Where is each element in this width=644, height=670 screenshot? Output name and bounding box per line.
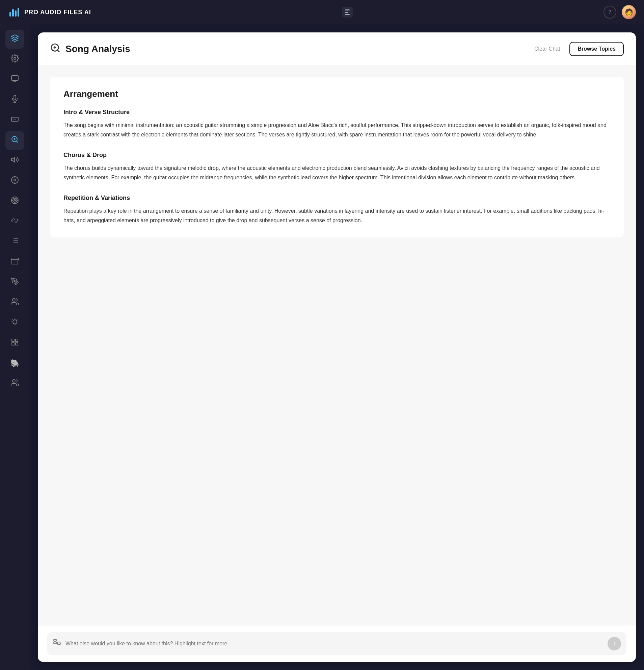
keyboard-icon [11, 115, 19, 125]
subsection-title-intro: Intro & Verse Structure [64, 109, 610, 116]
content-area: Song Analysis Clear Chat Browse Topics A… [30, 24, 644, 670]
panel-content: Arrangement Intro & Verse Structure The … [38, 66, 636, 625]
topbar-center [342, 7, 353, 17]
svg-line-35 [17, 320, 17, 320]
svg-point-13 [14, 179, 16, 181]
sidebar-item-group[interactable] [5, 293, 24, 312]
sidebar-item-archive[interactable] [5, 253, 24, 271]
subsection-text-repetition: Repetition plays a key role in the arran… [64, 206, 610, 225]
svg-line-33 [13, 320, 13, 320]
subsection-title-chorus: Chorus & Drop [64, 152, 610, 159]
svg-point-30 [14, 280, 15, 282]
chat-input[interactable] [66, 641, 603, 647]
browse-topics-button[interactable]: Browse Topics [570, 42, 624, 56]
subsection-chorus: Chorus & Drop The chorus builds dynamica… [64, 152, 610, 182]
svg-point-0 [14, 57, 16, 59]
input-area: ↑ [38, 625, 636, 662]
sidebar-toggle-button[interactable] [342, 7, 353, 17]
sidebar-item-audio[interactable] [5, 151, 24, 170]
svg-rect-28 [11, 258, 18, 260]
subsection-repetition: Repetition & Variations Repetition plays… [64, 195, 610, 225]
settings-icon [11, 54, 19, 65]
main-layout: 🐘 S [0, 24, 644, 670]
topbar-right: ? 🧑 [603, 5, 636, 19]
section-title: Arrangement [64, 89, 610, 99]
svg-rect-47 [54, 642, 56, 644]
subsection-intro: Intro & Verse Structure The song begins … [64, 109, 610, 139]
avatar-image: 🧑 [622, 5, 636, 19]
sidebar-item-search[interactable] [5, 131, 24, 150]
svg-line-49 [60, 644, 60, 645]
topbar-left: PRO AUDIO FILES AI [8, 6, 91, 18]
display-icon [11, 75, 19, 85]
sidebar-item-keyboard[interactable] [5, 111, 24, 130]
svg-point-19 [14, 200, 15, 201]
subsection-text-intro: The song begins with minimal instrumenta… [64, 121, 610, 139]
sidebar-item-puzzle[interactable] [5, 212, 24, 231]
grid-icon [11, 338, 19, 348]
clear-chat-button[interactable]: Clear Chat [530, 43, 564, 55]
svg-rect-40 [15, 343, 18, 345]
elephant-icon: 🐘 [11, 359, 19, 368]
sidebar-item-elephant[interactable]: 🐘 [5, 354, 24, 373]
people-icon [11, 378, 19, 389]
list-icon [11, 237, 19, 247]
sidebar-item-pen[interactable] [5, 273, 24, 292]
panel-title: Song Analysis [66, 43, 130, 54]
svg-line-8 [16, 141, 18, 143]
svg-line-43 [57, 50, 59, 52]
sidebar-item-bulb[interactable] [5, 313, 24, 332]
sidebar-item-dial[interactable] [5, 172, 24, 190]
svg-point-18 [13, 198, 17, 202]
logo-text: PRO AUDIO FILES AI [24, 9, 91, 16]
help-button[interactable]: ? [603, 6, 616, 18]
input-search-icon [53, 638, 61, 649]
sidebar-item-display[interactable] [5, 70, 24, 89]
archive-icon [11, 257, 19, 267]
sidebar: 🐘 [0, 24, 30, 670]
svg-rect-38 [15, 339, 18, 341]
svg-marker-11 [12, 157, 14, 162]
topbar: PRO AUDIO FILES AI ? 🧑 [0, 0, 644, 24]
svg-rect-39 [12, 343, 14, 345]
subsection-text-chorus: The chorus builds dynamically toward the… [64, 163, 610, 182]
puzzle-icon [11, 216, 19, 227]
svg-rect-1 [12, 76, 18, 80]
content-card: Arrangement Intro & Verse Structure The … [50, 77, 624, 237]
sidebar-item-list[interactable] [5, 232, 24, 251]
panel-icon [50, 42, 61, 56]
group-icon [11, 297, 19, 308]
svg-rect-46 [54, 639, 56, 641]
input-container: ↑ [47, 632, 627, 655]
send-icon: ↑ [613, 641, 616, 647]
bulb-icon [11, 318, 19, 328]
cube-icon [11, 34, 19, 44]
subsection-title-repetition: Repetition & Variations [64, 195, 610, 202]
sidebar-item-grid[interactable] [5, 334, 24, 352]
panel-title-group: Song Analysis [50, 42, 130, 56]
header-actions: Clear Chat Browse Topics [530, 42, 624, 56]
mic-icon [11, 95, 19, 105]
main-panel: Song Analysis Clear Chat Browse Topics A… [38, 32, 636, 662]
target-icon [11, 196, 19, 206]
sidebar-item-mic[interactable] [5, 91, 24, 109]
logo-icon [8, 6, 20, 18]
search-analysis-icon [11, 135, 19, 146]
avatar[interactable]: 🧑 [622, 5, 636, 19]
dial-icon [11, 176, 19, 186]
svg-rect-37 [12, 339, 14, 341]
panel-header: Song Analysis Clear Chat Browse Topics [38, 32, 636, 66]
send-button[interactable]: ↑ [607, 637, 621, 651]
pen-icon [11, 277, 19, 287]
sidebar-item-people[interactable] [5, 374, 24, 393]
sidebar-item-target[interactable] [5, 192, 24, 211]
svg-point-31 [13, 298, 15, 301]
svg-point-41 [13, 379, 15, 382]
sidebar-item-settings[interactable] [5, 50, 24, 69]
audio-icon [11, 156, 19, 166]
sidebar-item-cube[interactable] [5, 30, 24, 49]
sidebar-toggle-icon [345, 10, 350, 15]
svg-rect-6 [12, 117, 18, 121]
question-icon: ? [608, 9, 612, 15]
